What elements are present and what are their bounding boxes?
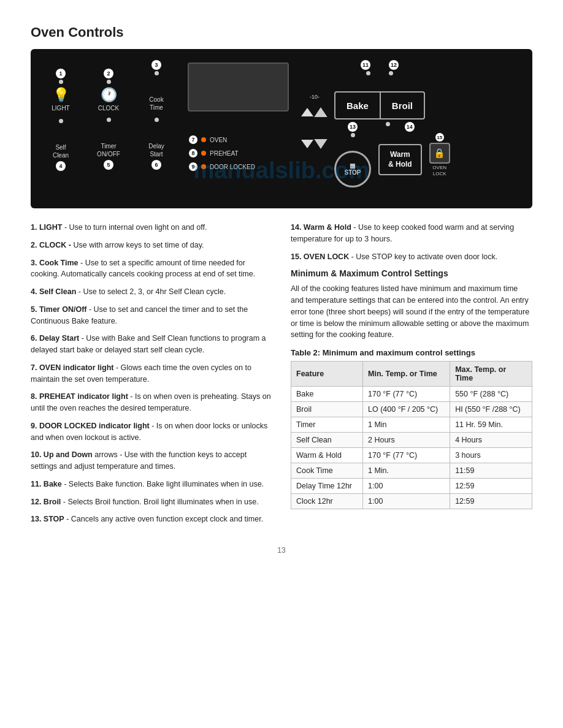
up-arrow-button[interactable] xyxy=(301,102,328,122)
table-cell-col-0: Self Clean xyxy=(291,433,363,448)
bake-broil-box[interactable]: Bake Broil xyxy=(334,91,425,119)
col-max: Max. Temp. orTime xyxy=(450,362,532,387)
desc-item-7: 7. OVEN indicator light - Glows each tim… xyxy=(31,362,272,385)
clock-num: 2 xyxy=(104,69,113,78)
light-button[interactable]: 1 💡 LIGHT xyxy=(39,69,82,112)
broil-dot xyxy=(389,71,393,75)
desc-item-4: 4. Self Clean - Use to select 2, 3, or 4… xyxy=(31,286,272,298)
table-caption: Table 2: Minimum and maximum control set… xyxy=(291,348,532,357)
broil-button[interactable]: Broil xyxy=(381,93,424,118)
descriptions-section: 1. LIGHT - Use to turn internal oven lig… xyxy=(31,222,532,531)
desc-item-13: 13. STOP - Cancels any active oven funct… xyxy=(31,514,272,525)
table-cell-col-2: 11:59 xyxy=(450,463,532,479)
desc-item-15: 15. OVEN LOCK - Use STOP key to activate… xyxy=(291,251,532,263)
desc-term-1: 1. LIGHT xyxy=(31,223,62,232)
clock-dot xyxy=(107,80,111,84)
table-cell-col-2: 3 hours xyxy=(450,448,532,463)
door-locked-indicator: 9 DOOR LOCKED xyxy=(189,162,255,171)
timer-button[interactable]: TimerON/OFF 5 xyxy=(87,118,130,171)
table-cell-col-1: 1:00 xyxy=(363,479,450,494)
desc-item-6: 6. Delay Start - Use with Bake and Self … xyxy=(31,333,272,356)
delay-dot xyxy=(155,118,159,122)
table-cell-col-0: Warm & Hold xyxy=(291,448,363,463)
desc-term-14: 14. Warm & Hold xyxy=(291,223,351,232)
desc-term-3: 3. Cook Time xyxy=(31,259,79,267)
col-feature: Feature xyxy=(291,362,363,387)
oven-lock-button[interactable]: 15 🔒 OVENLOCK xyxy=(429,133,450,176)
table-cell-col-0: Timer xyxy=(291,417,363,433)
svg-marker-0 xyxy=(314,107,327,117)
desc-term-12: 12. Broil xyxy=(31,498,61,506)
desc-term-2: 2. CLOCK - xyxy=(31,241,71,249)
table-cell-col-0: Broil xyxy=(291,402,363,417)
stop-num: 13 xyxy=(348,122,358,132)
self-clean-label: SelfClean xyxy=(53,143,69,159)
desc-item-12: 12. Broil - Selects Broil function. Broi… xyxy=(31,496,272,508)
table-cell-col-1: LO (400 °F / 205 °C) xyxy=(363,402,450,417)
table-cell-col-1: 1 Min. xyxy=(363,463,450,479)
self-clean-num: 4 xyxy=(56,161,66,171)
table-cell-col-2: 12:59 xyxy=(450,479,532,494)
warm-hold-num: 14 xyxy=(405,122,415,132)
table-cell-col-0: Clock 12hr xyxy=(291,494,363,509)
broil-num: 12 xyxy=(389,60,399,70)
stop-button[interactable]: ▦ STOP xyxy=(334,151,371,188)
self-clean-button[interactable]: SelfClean 4 xyxy=(39,119,82,171)
delay-num: 6 xyxy=(151,160,161,170)
oven-ind-dot xyxy=(201,137,206,142)
oven-indicator: 7 OVEN xyxy=(189,135,255,144)
desc-item-5: 5. Timer ON/Off - Use to set and cancel … xyxy=(31,304,272,327)
preheat-ind-num: 8 xyxy=(189,149,197,157)
desc-col-right: 14. Warm & Hold - Use to keep cooked foo… xyxy=(291,222,532,531)
table-row: BroilLO (400 °F / 205 °C)HI (550 °F /288… xyxy=(291,402,532,417)
table-cell-col-2: 12:59 xyxy=(450,494,532,509)
delay-start-button[interactable]: DelayStart 6 xyxy=(135,118,178,171)
delay-label: DelayStart xyxy=(148,142,164,158)
light-icon: 💡 xyxy=(53,87,69,103)
bake-dot xyxy=(366,71,370,75)
warm-hold-dot xyxy=(386,122,390,126)
table-cell-col-2: HI (550 °F /288 °C) xyxy=(450,402,532,417)
clock-button[interactable]: 2 🕐 CLOCK xyxy=(87,69,130,112)
warm-hold-button[interactable]: Warm& Hold xyxy=(378,144,422,175)
table-cell-col-1: 2 Hours xyxy=(363,433,450,448)
desc-term-9: 9. DOOR LOCKED indicator light xyxy=(31,422,150,430)
desc-item-11: 11. Bake - Selects Bake function. Bake l… xyxy=(31,479,272,490)
cook-time-label: CookTime xyxy=(149,96,163,112)
table-row: Cook Time1 Min.11:59 xyxy=(291,463,532,479)
min-max-section: Minimum & Maximum Control Settings All o… xyxy=(291,268,532,509)
desc-item-2: 2. CLOCK - Use with arrow keys to set ti… xyxy=(31,240,272,251)
oven-lock-num: 15 xyxy=(435,133,444,142)
page-number: 13 xyxy=(31,546,532,555)
table-row: Timer1 Min11 Hr. 59 Min. xyxy=(291,417,532,433)
desc-term-13: 13. STOP xyxy=(31,515,64,523)
min-max-intro: All of the cooking features listed have … xyxy=(291,283,532,341)
table-cell-col-1: 1:00 xyxy=(363,494,450,509)
min-max-title: Minimum & Maximum Control Settings xyxy=(291,268,532,278)
table-cell-col-0: Bake xyxy=(291,387,363,402)
cook-time-dot xyxy=(155,71,159,75)
table-cell-col-1: 170 °F (77 °C) xyxy=(363,448,450,463)
cook-time-button[interactable]: 3 CookTime xyxy=(135,60,178,112)
bake-num: 11 xyxy=(361,60,370,70)
down-arrow-button[interactable] xyxy=(301,134,328,154)
preheat-indicator: 8 PREHEAT xyxy=(189,149,255,157)
table-row: Clock 12hr1:0012:59 xyxy=(291,494,532,509)
preheat-ind-label: PREHEAT xyxy=(210,150,239,157)
timer-label: TimerON/OFF xyxy=(97,142,120,158)
stop-icon: ▦ xyxy=(350,162,355,169)
table-cell-col-2: 11 Hr. 59 Min. xyxy=(450,417,532,433)
oven-ind-num: 7 xyxy=(189,135,197,144)
col-min: Min. Temp. or Time xyxy=(363,362,450,387)
preheat-ind-dot xyxy=(201,151,206,156)
clock-icon: 🕐 xyxy=(101,87,117,103)
table-cell-col-1: 1 Min xyxy=(363,417,450,433)
clock-label: CLOCK xyxy=(98,105,119,112)
control-panel: 1 💡 LIGHT 2 🕐 CLOCK 3 CookTime xyxy=(31,49,532,208)
bake-button[interactable]: Bake xyxy=(335,93,381,118)
desc-term-11: 11. Bake xyxy=(31,480,62,488)
table-cell-col-1: 170 °F (77 °C) xyxy=(363,387,450,402)
oven-display xyxy=(188,63,289,112)
self-clean-dot xyxy=(59,119,63,123)
light-label: LIGHT xyxy=(52,105,69,112)
